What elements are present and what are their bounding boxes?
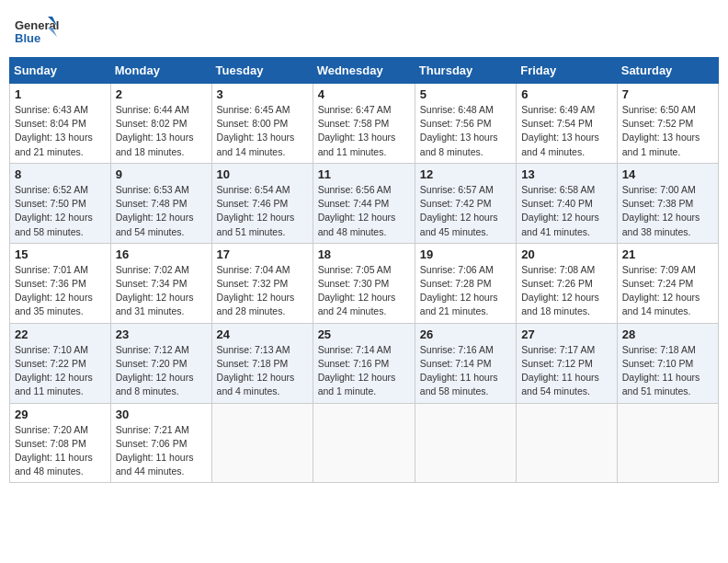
day-header-monday: Monday	[110, 58, 211, 84]
calendar-cell: 2Sunrise: 6:44 AMSunset: 8:02 PMDaylight…	[110, 84, 211, 164]
day-number: 23	[116, 327, 207, 341]
day-header-sunday: Sunday	[10, 58, 111, 84]
day-number: 12	[420, 167, 511, 181]
day-number: 22	[15, 327, 106, 341]
calendar-table: SundayMondayTuesdayWednesdayThursdayFrid…	[9, 57, 719, 483]
day-number: 28	[622, 327, 713, 341]
calendar-cell: 14Sunrise: 7:00 AMSunset: 7:38 PMDayligh…	[617, 163, 718, 243]
calendar-cell: 18Sunrise: 7:05 AMSunset: 7:30 PMDayligh…	[313, 243, 415, 323]
day-info: Sunrise: 6:54 AMSunset: 7:46 PMDaylight:…	[217, 183, 308, 239]
day-info: Sunrise: 7:06 AMSunset: 7:28 PMDaylight:…	[420, 263, 511, 319]
day-header-friday: Friday	[517, 58, 618, 84]
calendar-cell: 1Sunrise: 6:43 AMSunset: 8:04 PMDaylight…	[10, 84, 111, 164]
calendar-cell: 28Sunrise: 7:18 AMSunset: 7:10 PMDayligh…	[617, 323, 718, 403]
calendar-week-row: 15Sunrise: 7:01 AMSunset: 7:36 PMDayligh…	[10, 243, 719, 323]
day-info: Sunrise: 6:45 AMSunset: 8:00 PMDaylight:…	[217, 103, 308, 159]
day-number: 27	[521, 327, 612, 341]
calendar-cell: 24Sunrise: 7:13 AMSunset: 7:18 PMDayligh…	[211, 323, 313, 403]
day-number: 18	[318, 247, 410, 261]
day-info: Sunrise: 7:21 AMSunset: 7:06 PMDaylight:…	[116, 423, 207, 479]
calendar-header-row: SundayMondayTuesdayWednesdayThursdayFrid…	[10, 58, 719, 84]
day-number: 21	[622, 247, 713, 261]
day-info: Sunrise: 7:20 AMSunset: 7:08 PMDaylight:…	[15, 423, 106, 479]
day-number: 14	[622, 167, 713, 181]
day-number: 4	[318, 87, 410, 101]
day-info: Sunrise: 7:17 AMSunset: 7:12 PMDaylight:…	[521, 343, 612, 399]
calendar-cell: 17Sunrise: 7:04 AMSunset: 7:32 PMDayligh…	[211, 243, 313, 323]
day-info: Sunrise: 6:57 AMSunset: 7:42 PMDaylight:…	[420, 183, 511, 239]
day-number: 3	[217, 87, 308, 101]
calendar-cell	[617, 403, 718, 483]
day-info: Sunrise: 6:52 AMSunset: 7:50 PMDaylight:…	[15, 183, 106, 239]
calendar-cell: 12Sunrise: 6:57 AMSunset: 7:42 PMDayligh…	[415, 163, 516, 243]
day-info: Sunrise: 6:43 AMSunset: 8:04 PMDaylight:…	[15, 103, 106, 159]
calendar-cell: 19Sunrise: 7:06 AMSunset: 7:28 PMDayligh…	[415, 243, 516, 323]
day-number: 7	[622, 87, 713, 101]
calendar-cell: 26Sunrise: 7:16 AMSunset: 7:14 PMDayligh…	[415, 323, 516, 403]
day-number: 8	[15, 167, 106, 181]
calendar-cell	[415, 403, 516, 483]
calendar-cell: 15Sunrise: 7:01 AMSunset: 7:36 PMDayligh…	[10, 243, 111, 323]
day-number: 11	[318, 167, 410, 181]
calendar-cell: 29Sunrise: 7:20 AMSunset: 7:08 PMDayligh…	[10, 403, 111, 483]
calendar-cell: 22Sunrise: 7:10 AMSunset: 7:22 PMDayligh…	[10, 323, 111, 403]
day-info: Sunrise: 7:00 AMSunset: 7:38 PMDaylight:…	[622, 183, 713, 239]
day-info: Sunrise: 7:09 AMSunset: 7:24 PMDaylight:…	[622, 263, 713, 319]
day-number: 16	[116, 247, 207, 261]
calendar-cell	[517, 403, 618, 483]
calendar-cell: 5Sunrise: 6:48 AMSunset: 7:56 PMDaylight…	[415, 84, 516, 164]
calendar-cell: 20Sunrise: 7:08 AMSunset: 7:26 PMDayligh…	[517, 243, 618, 323]
day-number: 9	[116, 167, 207, 181]
calendar-cell: 6Sunrise: 6:49 AMSunset: 7:54 PMDaylight…	[517, 84, 618, 164]
day-number: 26	[420, 327, 511, 341]
calendar-cell: 30Sunrise: 7:21 AMSunset: 7:06 PMDayligh…	[110, 403, 211, 483]
day-header-tuesday: Tuesday	[211, 58, 313, 84]
day-info: Sunrise: 6:50 AMSunset: 7:52 PMDaylight:…	[622, 103, 713, 159]
day-info: Sunrise: 7:08 AMSunset: 7:26 PMDaylight:…	[521, 263, 612, 319]
day-info: Sunrise: 7:16 AMSunset: 7:14 PMDaylight:…	[420, 343, 511, 399]
day-number: 10	[217, 167, 308, 181]
calendar-cell: 21Sunrise: 7:09 AMSunset: 7:24 PMDayligh…	[617, 243, 718, 323]
calendar-cell: 9Sunrise: 6:53 AMSunset: 7:48 PMDaylight…	[110, 163, 211, 243]
day-number: 6	[521, 87, 612, 101]
logo: General Blue	[13, 15, 59, 53]
calendar-week-row: 29Sunrise: 7:20 AMSunset: 7:08 PMDayligh…	[10, 403, 719, 483]
calendar-week-row: 8Sunrise: 6:52 AMSunset: 7:50 PMDaylight…	[10, 163, 719, 243]
day-info: Sunrise: 6:49 AMSunset: 7:54 PMDaylight:…	[521, 103, 612, 159]
calendar-cell: 16Sunrise: 7:02 AMSunset: 7:34 PMDayligh…	[110, 243, 211, 323]
day-info: Sunrise: 7:13 AMSunset: 7:18 PMDaylight:…	[217, 343, 308, 399]
calendar-week-row: 22Sunrise: 7:10 AMSunset: 7:22 PMDayligh…	[10, 323, 719, 403]
day-header-thursday: Thursday	[415, 58, 516, 84]
calendar-cell: 3Sunrise: 6:45 AMSunset: 8:00 PMDaylight…	[211, 84, 313, 164]
day-info: Sunrise: 7:04 AMSunset: 7:32 PMDaylight:…	[217, 263, 308, 319]
day-info: Sunrise: 6:56 AMSunset: 7:44 PMDaylight:…	[318, 183, 410, 239]
day-header-saturday: Saturday	[617, 58, 718, 84]
day-info: Sunrise: 7:10 AMSunset: 7:22 PMDaylight:…	[15, 343, 106, 399]
calendar-cell: 10Sunrise: 6:54 AMSunset: 7:46 PMDayligh…	[211, 163, 313, 243]
day-number: 13	[521, 167, 612, 181]
day-number: 1	[15, 87, 106, 101]
day-info: Sunrise: 6:48 AMSunset: 7:56 PMDaylight:…	[420, 103, 511, 159]
calendar-cell: 27Sunrise: 7:17 AMSunset: 7:12 PMDayligh…	[517, 323, 618, 403]
day-number: 29	[15, 408, 106, 421]
calendar-cell: 7Sunrise: 6:50 AMSunset: 7:52 PMDaylight…	[617, 84, 718, 164]
calendar-cell: 4Sunrise: 6:47 AMSunset: 7:58 PMDaylight…	[313, 84, 415, 164]
day-number: 15	[15, 247, 106, 261]
calendar-cell	[211, 403, 313, 483]
day-info: Sunrise: 7:18 AMSunset: 7:10 PMDaylight:…	[622, 343, 713, 399]
day-number: 25	[318, 327, 410, 341]
day-info: Sunrise: 6:47 AMSunset: 7:58 PMDaylight:…	[318, 103, 410, 159]
day-info: Sunrise: 7:01 AMSunset: 7:36 PMDaylight:…	[15, 263, 106, 319]
calendar-cell: 13Sunrise: 6:58 AMSunset: 7:40 PMDayligh…	[517, 163, 618, 243]
day-number: 30	[116, 408, 207, 421]
calendar-cell: 8Sunrise: 6:52 AMSunset: 7:50 PMDaylight…	[10, 163, 111, 243]
calendar-cell: 11Sunrise: 6:56 AMSunset: 7:44 PMDayligh…	[313, 163, 415, 243]
calendar-week-row: 1Sunrise: 6:43 AMSunset: 8:04 PMDaylight…	[10, 84, 719, 164]
day-number: 17	[217, 247, 308, 261]
day-info: Sunrise: 7:12 AMSunset: 7:20 PMDaylight:…	[116, 343, 207, 399]
day-number: 19	[420, 247, 511, 261]
day-header-wednesday: Wednesday	[313, 58, 415, 84]
day-info: Sunrise: 6:58 AMSunset: 7:40 PMDaylight:…	[521, 183, 612, 239]
day-info: Sunrise: 6:53 AMSunset: 7:48 PMDaylight:…	[116, 183, 207, 239]
logo-svg: General Blue	[13, 15, 59, 53]
